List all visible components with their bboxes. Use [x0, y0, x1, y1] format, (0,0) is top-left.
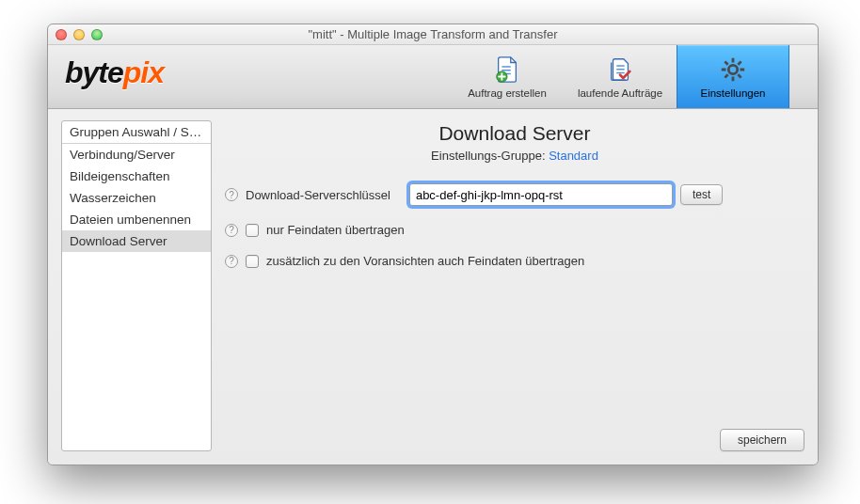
zoom-icon[interactable] [91, 29, 103, 40]
minimize-icon[interactable] [73, 29, 85, 40]
settings-sidebar: Gruppen Auswahl / Sy... Verbindung/Serve… [61, 120, 212, 451]
fine-only-label: nur Feindaten übertragen [266, 223, 405, 237]
server-key-label: Download-Serverschlüssel [246, 188, 390, 202]
sidebar-item-connection[interactable]: Verbindung/Server [62, 144, 211, 165]
svg-rect-0 [502, 66, 510, 67]
toolbar-create-label: Auftrag erstellen [468, 87, 547, 99]
toolbar-running-label: laufende Aufträge [578, 87, 662, 99]
svg-line-14 [725, 74, 727, 77]
row-server-key: ? Download-Serverschlüssel test [225, 183, 804, 206]
logo-pix: pix [123, 55, 164, 90]
fine-also-checkbox[interactable] [246, 255, 259, 268]
svg-line-13 [738, 74, 741, 77]
app-logo: bytepix [48, 45, 181, 108]
svg-rect-6 [616, 71, 624, 72]
sidebar-item-group-select[interactable]: Gruppen Auswahl / Sy... [62, 121, 211, 144]
row-fine-only: ? nur Feindaten übertragen [225, 223, 804, 237]
settings-group-label: Einstellungs-Gruppe: [431, 149, 549, 163]
close-icon[interactable] [56, 29, 67, 40]
fine-only-checkbox[interactable] [246, 224, 259, 237]
toolbar-settings[interactable]: Einstellungen [677, 45, 789, 108]
sidebar-item-rename[interactable]: Dateien umbenennen [62, 209, 211, 230]
svg-line-12 [725, 61, 727, 64]
toolbar-create-job[interactable]: Auftrag erstellen [451, 45, 564, 108]
fine-also-label: zusätzlich zu den Voransichten auch Fein… [266, 254, 584, 268]
test-button[interactable]: test [680, 184, 723, 205]
window-title: "mitt" - Multiple Image Transform and Tr… [48, 27, 818, 41]
svg-line-15 [738, 61, 741, 64]
window-controls [48, 29, 103, 40]
svg-rect-1 [502, 70, 510, 71]
svg-point-7 [728, 65, 737, 73]
logo-byte: byte [65, 55, 123, 90]
documents-check-icon [606, 55, 634, 84]
svg-rect-4 [616, 65, 624, 66]
add-document-icon [493, 55, 521, 84]
save-button[interactable]: speichern [720, 429, 804, 451]
sidebar-item-image-props[interactable]: Bildeigenschaften [62, 165, 211, 187]
content-area: Gruppen Auswahl / Sy... Verbindung/Serve… [48, 109, 818, 465]
help-icon[interactable]: ? [225, 255, 238, 268]
sidebar-item-watermark[interactable]: Wasserzeichen [62, 187, 211, 209]
settings-panel: Download Server Einstellungs-Gruppe: Sta… [225, 120, 804, 451]
row-fine-also: ? zusätzlich zu den Voransichten auch Fe… [225, 254, 804, 268]
settings-group-link[interactable]: Standard [549, 149, 598, 163]
app-window: "mitt" - Multiple Image Transform and Tr… [47, 24, 819, 465]
gear-icon [719, 55, 747, 84]
server-key-input[interactable] [409, 183, 673, 206]
svg-rect-5 [616, 69, 624, 70]
toolbar-running-jobs[interactable]: laufende Aufträge [564, 45, 677, 108]
help-icon[interactable]: ? [225, 188, 238, 201]
toolbar-settings-label: Einstellungen [700, 87, 765, 99]
titlebar: "mitt" - Multiple Image Transform and Tr… [48, 24, 818, 45]
toolbar: bytepix Auftrag erstellen [48, 45, 818, 109]
help-icon[interactable]: ? [225, 224, 238, 237]
panel-heading: Download Server [225, 122, 804, 145]
settings-group: Einstellungs-Gruppe: Standard [225, 149, 804, 163]
sidebar-item-download-server[interactable]: Download Server [62, 230, 211, 252]
